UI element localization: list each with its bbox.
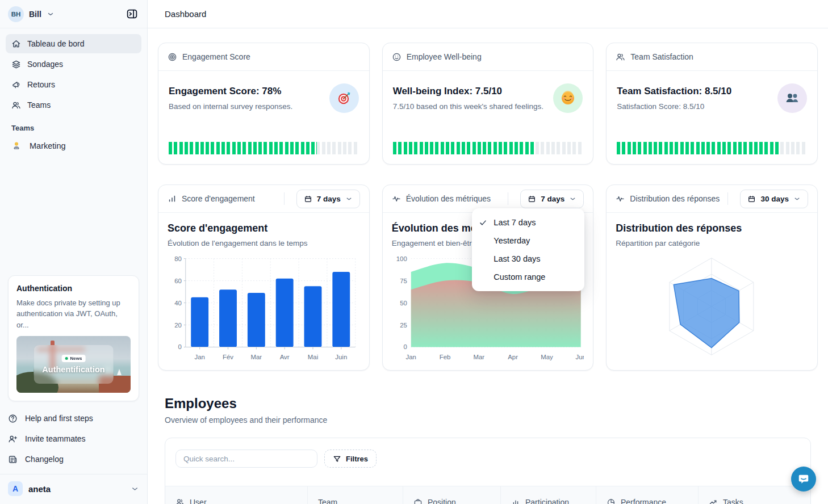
menu-item-label: Last 7 days [494,218,536,227]
employees-subtitle: Overview of employees and their performa… [165,415,811,425]
svg-text:Apr: Apr [508,354,518,360]
sidebar-item-help[interactable]: Help and first steps [8,408,139,429]
avatar[interactable]: BH [8,6,24,22]
kpi-header-label: Team Satisfaction [630,52,693,61]
sidebar-user-row: BH Bill [0,0,147,28]
chart-card-metrics-evolution: Évolution des métriques 7 days Évolution… [382,184,594,371]
promo-card-authentication[interactable]: Authentication Make docs private by sett… [8,275,139,402]
employees-table-card: Filtres User Team Position Participation [165,438,811,504]
sidebar-nav: Tableau de bord Sondages Retours Teams [0,28,147,116]
employees-title: Employees [165,396,811,411]
help-circle-icon [8,414,18,423]
svg-text:80: 80 [174,255,182,262]
column-header-performance[interactable]: Performance [596,486,698,504]
date-range-dropdown-menu: Last 7 days Yesterday Last 30 days Custo… [472,208,584,291]
main-area: Dashboard Engagement Score Engagement Sc… [148,0,828,504]
svg-text:May: May [541,354,553,360]
svg-text:50: 50 [400,300,407,306]
kpi-card-header: Engagement Score [158,43,369,71]
home-icon [11,39,21,49]
team-item-label: Marketing [30,141,66,150]
workspace-switcher[interactable]: A aneta [0,474,147,504]
column-label: Participation [525,498,569,504]
news-badge-label: News [70,356,82,361]
range-selector-button[interactable]: 30 days [740,190,808,208]
engagement-bar-chart: 020406080JanFévMarAvrMaiJuin [168,253,360,363]
menu-item-yesterday[interactable]: Yesterday [472,232,584,250]
sidebar: BH Bill Tableau de bord Sondages Retours… [0,0,148,504]
table-header-row: User Team Position Participation Perform… [165,486,810,504]
sidebar-item-sondages[interactable]: Sondages [6,54,141,74]
chart-title: Score d'engagement [168,222,360,234]
sidebar-footer: Help and first steps Invite teammates Ch… [0,407,147,469]
search-input[interactable] [175,450,317,468]
menu-item-last-30-days[interactable]: Last 30 days [472,250,584,268]
sidebar-section-teams: Teams [0,116,147,136]
kpi-body: Well-being Index: 7.5/10 7.5/10 based on… [383,71,593,165]
svg-text:Fév: Fév [223,354,233,360]
range-selector-button[interactable]: 7 days [296,190,360,208]
column-header-team[interactable]: Team [307,486,403,504]
trending-up-icon [709,498,718,504]
megaphone-icon [11,80,21,90]
page-title: Dashboard [165,9,206,19]
chart-row: Score d'engagement 7 days Score d'engage… [158,184,818,371]
bar-chart-icon [511,498,520,504]
promo-title: Authentication [16,284,131,293]
check-icon [479,219,494,227]
workspace-name: aneta [28,484,51,494]
column-header-tasks[interactable]: Tasks [698,486,810,504]
kpi-header-label: Engagement Score [182,52,250,61]
chevron-down-icon [131,485,139,493]
range-label: 7 days [317,195,341,203]
column-header-position[interactable]: Position [403,486,500,504]
changelog-icon [8,455,18,464]
svg-text:Mar: Mar [251,354,262,360]
chevron-down-icon [793,195,801,203]
target-outline-icon [168,52,177,62]
sidebar-item-invite[interactable]: Invite teammates [8,429,139,449]
header-divider [727,192,728,205]
funnel-icon [333,455,341,463]
topbar: Dashboard [148,0,828,28]
users-icon [616,52,625,62]
svg-text:Jun: Jun [575,354,584,360]
promo-overlay-card: News Authentification [34,345,114,384]
sidebar-item-retours[interactable]: Retours [6,75,141,94]
sidebar-item-changelog[interactable]: Changelog [8,449,139,469]
filters-button[interactable]: Filtres [324,450,377,468]
kpi-card-engagement: Engagement Score Engagement Score: 78% B… [158,43,370,165]
kpi-card-satisfaction: Team Satisfaction Team Satisfaction: 8.5… [606,43,818,165]
range-selector-button[interactable]: 7 days [520,190,584,208]
sidebar-item-teams[interactable]: Teams [6,95,141,115]
promo-body: Make docs private by setting up authenti… [16,297,131,331]
column-label: Team [318,498,337,504]
bar-chart-icon [168,194,177,203]
activity-icon [392,194,401,203]
sidebar-collapse-button[interactable] [124,7,139,22]
chart-subtitle: Répartition par catégorie [616,239,808,247]
column-label: Tasks [723,498,743,504]
menu-item-last-7-days[interactable]: Last 7 days [472,213,584,232]
menu-item-custom-range[interactable]: Custom range [472,268,584,286]
svg-text:Avr: Avr [280,354,290,360]
sidebar-item-marketing[interactable]: Marketing [0,136,147,156]
kpi-progress-fill [617,142,778,154]
svg-text:Feb: Feb [439,354,450,360]
activity-icon [616,194,625,203]
svg-text:0: 0 [403,343,407,350]
user-name[interactable]: Bill [29,10,41,19]
header-divider [508,192,508,205]
column-header-user[interactable]: User [165,486,307,504]
menu-item-label: Last 30 days [494,254,540,263]
chart-header-label: Score d'engagement [182,194,255,203]
column-header-participation[interactable]: Participation [500,486,596,504]
chevron-down-icon [345,195,353,203]
chat-widget-button[interactable] [791,467,816,492]
sidebar-item-tableau-de-bord[interactable]: Tableau de bord [6,34,141,53]
table-toolbar: Filtres [165,438,810,479]
users-icon [11,100,21,110]
svg-text:25: 25 [400,322,407,329]
svg-text:Jan: Jan [405,354,416,360]
chart-body: Score d'engagement Évolution de l'engage… [158,213,369,363]
